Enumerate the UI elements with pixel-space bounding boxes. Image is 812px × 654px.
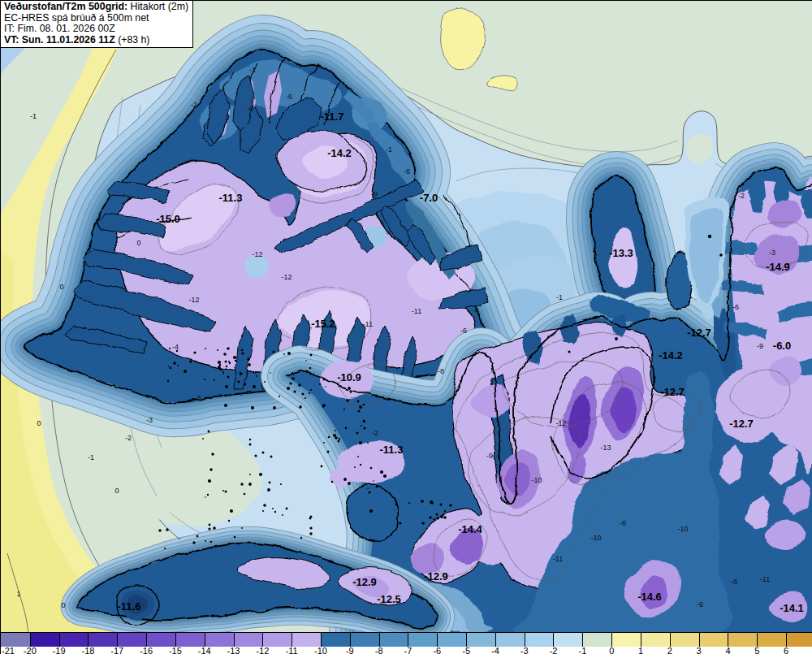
svg-text:-6: -6 bbox=[460, 327, 467, 335]
svg-text:-1: -1 bbox=[88, 453, 94, 461]
svg-text:-11.6: -11.6 bbox=[118, 600, 141, 613]
svg-text:-1: -1 bbox=[30, 112, 37, 120]
svg-text:-7.0: -7.0 bbox=[420, 192, 438, 204]
svg-text:-11: -11 bbox=[363, 320, 373, 328]
svg-text:-2: -2 bbox=[125, 434, 132, 442]
svg-text:-4: -4 bbox=[172, 343, 179, 351]
svg-text:0: 0 bbox=[136, 239, 140, 247]
svg-text:-9: -9 bbox=[697, 600, 703, 609]
svg-text:-12.7: -12.7 bbox=[660, 386, 685, 398]
svg-text:-8: -8 bbox=[404, 167, 410, 175]
svg-text:-6: -6 bbox=[247, 105, 253, 113]
svg-text:-3: -3 bbox=[769, 249, 775, 257]
svg-text:-11: -11 bbox=[553, 555, 563, 563]
svg-text:-1: -1 bbox=[249, 66, 256, 74]
svg-text:-2: -2 bbox=[191, 101, 197, 109]
svg-text:-12.9: -12.9 bbox=[352, 576, 377, 588]
svg-text:-10: -10 bbox=[590, 534, 601, 542]
svg-text:-4: -4 bbox=[473, 306, 479, 314]
svg-text:-12: -12 bbox=[281, 273, 292, 281]
svg-text:-11: -11 bbox=[412, 307, 421, 315]
svg-text:0: 0 bbox=[37, 419, 41, 427]
svg-text:-10: -10 bbox=[677, 525, 688, 533]
svg-text:-14.1: -14.1 bbox=[780, 602, 804, 614]
svg-text:-13.3: -13.3 bbox=[609, 247, 633, 259]
svg-text:-10.9: -10.9 bbox=[337, 371, 361, 383]
svg-text:-11.3: -11.3 bbox=[219, 192, 243, 204]
svg-text:-8: -8 bbox=[731, 578, 737, 586]
svg-text:-6: -6 bbox=[286, 93, 292, 101]
svg-text:-11: -11 bbox=[760, 575, 770, 583]
svg-text:-14.2: -14.2 bbox=[659, 349, 683, 362]
svg-text:-9: -9 bbox=[757, 342, 763, 350]
svg-text:-9: -9 bbox=[486, 452, 493, 460]
svg-text:-14.6: -14.6 bbox=[637, 591, 662, 603]
svg-text:-12: -12 bbox=[252, 250, 262, 258]
svg-text:-12: -12 bbox=[555, 419, 566, 427]
svg-text:-10: -10 bbox=[531, 476, 542, 484]
svg-text:-12.7: -12.7 bbox=[687, 327, 711, 339]
svg-text:-8: -8 bbox=[438, 367, 444, 375]
svg-text:-14.2: -14.2 bbox=[327, 147, 352, 159]
svg-text:-2: -2 bbox=[738, 192, 745, 200]
svg-text:-14.9: -14.9 bbox=[766, 261, 790, 273]
svg-text:-12.5: -12.5 bbox=[377, 593, 401, 605]
svg-text:-12.7: -12.7 bbox=[729, 418, 754, 430]
svg-text:-12.9: -12.9 bbox=[424, 570, 448, 583]
svg-text:-15.0: -15.0 bbox=[156, 213, 180, 225]
svg-text:-13: -13 bbox=[600, 444, 611, 452]
svg-text:0: 0 bbox=[61, 601, 65, 609]
svg-text:-12: -12 bbox=[188, 296, 199, 304]
svg-text:-1: -1 bbox=[556, 293, 563, 301]
svg-text:0: 0 bbox=[59, 283, 63, 291]
svg-text:-8: -8 bbox=[620, 519, 626, 527]
svg-text:-11.7: -11.7 bbox=[321, 110, 344, 123]
svg-text:-3: -3 bbox=[146, 416, 153, 424]
svg-text:-14.4: -14.4 bbox=[458, 523, 482, 535]
svg-text:-9: -9 bbox=[371, 190, 378, 198]
svg-text:-15.2: -15.2 bbox=[311, 318, 335, 330]
svg-text:-6.0: -6.0 bbox=[773, 340, 791, 352]
svg-text:-11.3: -11.3 bbox=[380, 444, 404, 456]
svg-text:-2: -2 bbox=[372, 429, 378, 437]
svg-text:-5: -5 bbox=[195, 394, 201, 402]
svg-text:1: 1 bbox=[16, 590, 20, 598]
svg-text:-6: -6 bbox=[732, 303, 739, 311]
svg-text:-1: -1 bbox=[386, 145, 392, 154]
svg-text:0: 0 bbox=[114, 487, 119, 495]
